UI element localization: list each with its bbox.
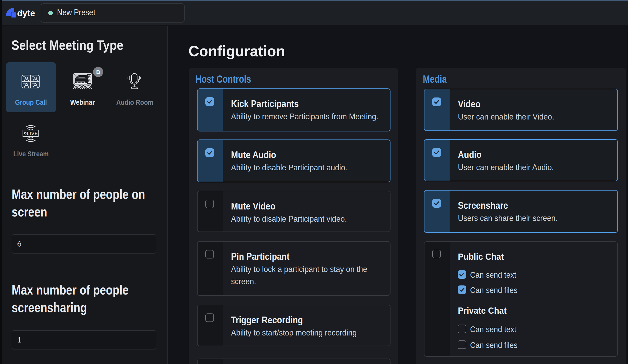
svg-text:LIVE: LIVE [27,131,38,136]
